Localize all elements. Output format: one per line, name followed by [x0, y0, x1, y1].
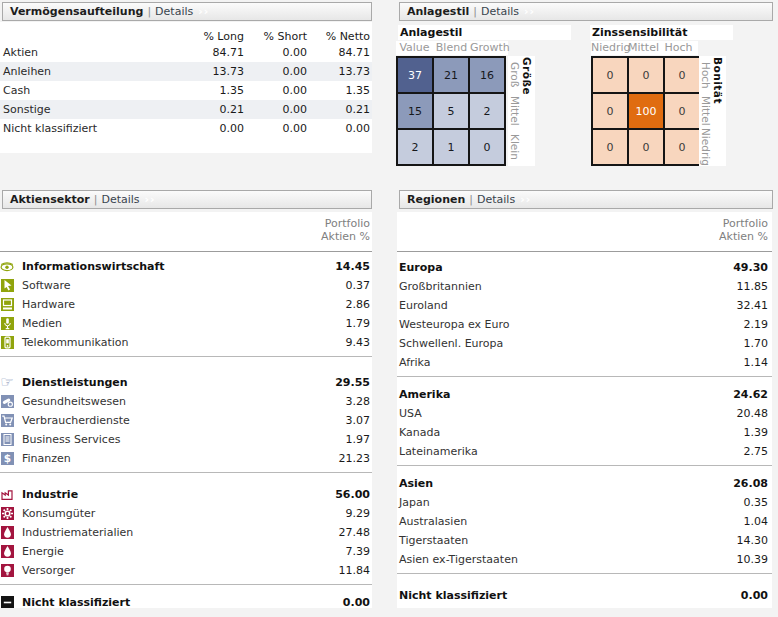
details-chevron-icon[interactable]: ››	[520, 193, 531, 206]
region-group-label: Nicht klassifiziert	[397, 589, 507, 602]
sectors-details-link[interactable]: Details	[101, 193, 139, 206]
separator: |	[143, 5, 155, 18]
allocation-column-header: % Long % Short % Netto	[0, 22, 372, 43]
sector-row: Gesundheitswesen 3.28	[0, 392, 372, 411]
flame-icon	[1, 545, 14, 558]
region-value: 0.35	[744, 496, 773, 509]
equity-stylebox-title: Anlagestil	[398, 25, 571, 40]
region-row: Afrika 1.14	[397, 353, 772, 372]
col-header-line2: Aktien %	[0, 230, 370, 243]
sector-label: Gesundheitswesen	[22, 395, 126, 408]
stylebox-cell: 0	[664, 93, 700, 129]
regions-details-link[interactable]: Details	[477, 193, 515, 206]
region-value: 20.48	[737, 407, 773, 420]
factory-icon	[0, 488, 14, 501]
details-chevron-icon[interactable]: ››	[198, 5, 209, 18]
col-label-value: Value	[396, 41, 433, 55]
gear-icon	[1, 507, 14, 520]
col-label-growth: Growth	[470, 41, 507, 55]
style-details-link[interactable]: Details	[481, 5, 519, 18]
stylebox-cell: 0	[664, 57, 700, 93]
style-panel-header: Anlagestil|Details››	[399, 2, 773, 21]
sector-value: 27.48	[339, 526, 373, 539]
sector-group-information: Informationswirtschaft 14.45 Software 0.…	[0, 252, 372, 357]
stylebox-cell: 21	[433, 57, 469, 93]
row-label-gross: Groß	[508, 56, 522, 94]
col-label-hoch: Hoch	[661, 41, 696, 55]
sector-value: 1.79	[346, 317, 373, 330]
region-value: 11.85	[737, 280, 773, 293]
pills-icon	[1, 395, 14, 408]
region-group-asia: Asien 26.08 Japan 0.35 Australasien 1.04…	[397, 466, 772, 574]
region-group-row: Nicht klassifiziert 0.00	[397, 586, 772, 605]
sector-group-label: Dienstleistungen	[22, 376, 128, 389]
equity-stylebox-grid: 37 21 16 15 5 2 2 1 0	[396, 56, 506, 166]
asset-netto: 0.21	[307, 103, 370, 116]
sector-value: 9.43	[346, 336, 373, 349]
region-label: Asien ex-Tigerstaaten	[397, 553, 518, 566]
region-label: Euroland	[397, 299, 448, 312]
drop-icon	[1, 526, 14, 539]
region-label: Kanada	[397, 426, 440, 439]
sector-value: 3.07	[346, 414, 373, 427]
sector-value: 11.84	[339, 564, 373, 577]
region-group-america: Amerika 24.62 USA 20.48 Kanada 1.39 Late…	[397, 377, 772, 466]
sector-group-label: Industrie	[22, 488, 78, 501]
asset-long: 1.35	[172, 84, 244, 97]
sector-label: Finanzen	[22, 452, 71, 465]
stylebox-cell: 0	[592, 57, 628, 93]
region-row: Tigerstaaten 14.30	[397, 531, 772, 550]
region-group-row: Amerika 24.62	[397, 385, 772, 404]
sector-group-row: Industrie 56.00	[0, 485, 372, 504]
stylebox-cell: 0	[628, 57, 664, 93]
col-header-line1: Portfolio	[0, 217, 370, 230]
asset-long: 0.21	[172, 103, 244, 116]
bond-stylebox-title: Zinssensibilität	[590, 25, 733, 40]
details-chevron-icon[interactable]: ››	[524, 5, 535, 18]
row-label-mittel: Mittel	[699, 92, 713, 130]
allocation-details-link[interactable]: Details	[155, 5, 193, 18]
region-value: 14.30	[737, 534, 773, 547]
region-label: Afrika	[397, 356, 431, 369]
asset-label: Aktien	[0, 46, 172, 59]
sector-group-unclassified: Nicht klassifiziert 0.00	[0, 585, 372, 608]
asset-netto: 1.35	[307, 84, 370, 97]
pointing-hand-icon: ☞	[0, 376, 14, 389]
stylebox-cell: 1	[433, 129, 469, 165]
table-row: Nicht klassifiziert 0.00 0.00 0.00	[0, 119, 372, 138]
region-row: Schwellenl. Europa 1.70	[397, 334, 772, 353]
regions-panel-header: Regionen|Details››	[399, 190, 773, 209]
region-label: Tigerstaaten	[397, 534, 468, 547]
region-value: 1.39	[744, 426, 773, 439]
asset-short: 0.00	[244, 46, 307, 59]
region-row: USA 20.48	[397, 404, 772, 423]
sector-group-industry: Industrie 56.00 Konsumgüter 9.29 Industr…	[0, 473, 372, 585]
sector-value: 2.86	[346, 298, 373, 311]
col-label-mittel: Mittel	[626, 41, 661, 55]
region-group-label: Europa	[397, 261, 443, 274]
table-row: Anleihen 13.73 0.00 13.73	[0, 62, 372, 81]
sector-group-value: 56.00	[335, 488, 372, 501]
equity-axis-label: Größe	[521, 57, 533, 95]
sector-row: $ Finanzen 21.23	[0, 449, 372, 468]
region-group-label: Amerika	[397, 388, 450, 401]
region-label: Großbritannien	[397, 280, 482, 293]
dollar-icon: $	[1, 452, 14, 465]
details-chevron-icon[interactable]: ››	[145, 193, 156, 206]
sector-value: 3.28	[346, 395, 373, 408]
allocation-table: % Long % Short % Netto Aktien 84.71 0.00…	[0, 22, 372, 153]
sector-label: Business Services	[22, 433, 120, 446]
sector-value: 21.23	[339, 452, 373, 465]
region-label: Japan	[397, 496, 430, 509]
stylebox-cell: 0	[628, 129, 664, 165]
sector-row: Business Services 1.97	[0, 430, 372, 449]
region-group-label: Asien	[397, 477, 433, 490]
minus-icon	[1, 596, 14, 608]
asset-label: Nicht klassifiziert	[0, 122, 172, 135]
region-row: Lateinamerika 2.75	[397, 442, 772, 461]
region-label: Australasien	[397, 515, 467, 528]
sector-group-label: Informationswirtschaft	[22, 260, 165, 273]
separator: |	[469, 5, 481, 18]
region-value: 1.14	[744, 356, 773, 369]
sector-group-row: Informationswirtschaft 14.45	[0, 257, 372, 276]
